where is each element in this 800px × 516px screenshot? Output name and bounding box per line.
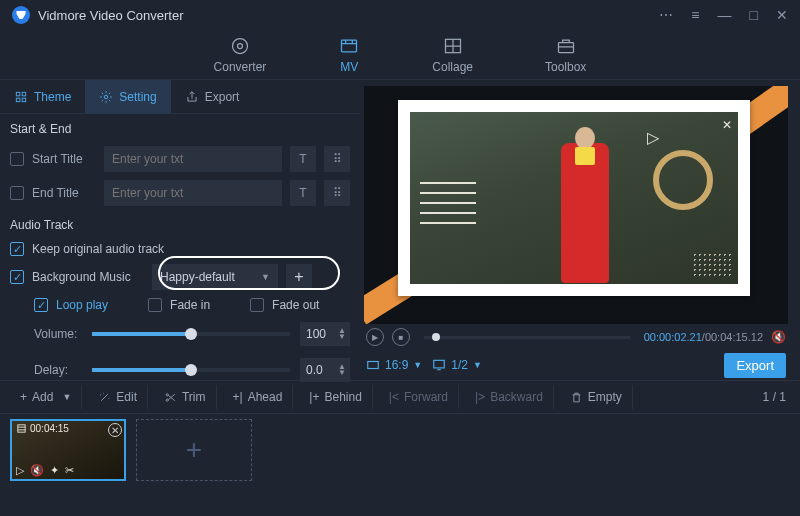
fadeout-checkbox[interactable] bbox=[250, 298, 264, 312]
mv-icon bbox=[338, 36, 360, 56]
subtab-export[interactable]: Export bbox=[171, 80, 254, 114]
empty-button[interactable]: Empty bbox=[560, 385, 633, 409]
add-music-button[interactable]: + bbox=[286, 264, 312, 290]
volume-icon[interactable]: 🔇 bbox=[771, 330, 786, 344]
trim-button[interactable]: Trim bbox=[154, 385, 217, 409]
clip-play-icon[interactable]: ▷ bbox=[16, 464, 24, 477]
maximize-icon[interactable]: □ bbox=[750, 7, 758, 23]
backward-label: Backward bbox=[490, 390, 543, 404]
close-icon[interactable]: ✕ bbox=[776, 7, 788, 23]
backward-button[interactable]: |> Backward bbox=[465, 385, 554, 409]
start-title-font-button[interactable]: T bbox=[290, 146, 316, 172]
start-title-effect-button[interactable]: ⠿ bbox=[324, 146, 350, 172]
chevron-down-icon: ▼ bbox=[62, 392, 71, 402]
end-title-effect-button[interactable]: ⠿ bbox=[324, 180, 350, 206]
fadeout-label: Fade out bbox=[272, 298, 319, 312]
subtab-theme[interactable]: Theme bbox=[0, 80, 85, 114]
start-title-checkbox[interactable] bbox=[10, 152, 24, 166]
volume-row: Volume: 100 ▲▼ bbox=[0, 316, 360, 352]
bg-music-dropdown[interactable]: Happy-default ▼ bbox=[152, 264, 278, 290]
clip-edit-icon[interactable]: ✦ bbox=[50, 464, 59, 477]
delay-input[interactable]: 0.0 ▲▼ bbox=[300, 358, 350, 382]
tab-converter[interactable]: Converter bbox=[206, 32, 275, 78]
svg-rect-2 bbox=[342, 40, 357, 52]
end-title-row: End Title T ⠿ bbox=[0, 176, 360, 210]
content-area: Theme Setting Export Start & End Start T… bbox=[0, 80, 800, 380]
film-icon bbox=[16, 423, 27, 434]
title-bar: Vidmore Video Converter ⋯ ≡ — □ ✕ bbox=[0, 0, 800, 30]
edit-button[interactable]: Edit bbox=[88, 385, 148, 409]
clip-thumbnail[interactable]: 00:04:15 ✕ ▷ 🔇 ✦ ✂ bbox=[10, 419, 126, 481]
export-button[interactable]: Export bbox=[724, 353, 786, 378]
volume-slider[interactable] bbox=[92, 332, 290, 336]
clip-cut-icon[interactable]: ✂ bbox=[65, 464, 74, 477]
page-indicator: 1 / 1 bbox=[763, 390, 790, 404]
forward-button[interactable]: |< Forward bbox=[379, 385, 459, 409]
volume-value: 100 bbox=[306, 327, 326, 341]
clip-remove-button[interactable]: ✕ bbox=[108, 423, 122, 437]
tab-collage[interactable]: Collage bbox=[424, 32, 481, 78]
plus-icon: + bbox=[20, 390, 27, 404]
clip-mute-icon[interactable]: 🔇 bbox=[30, 464, 44, 477]
scissors-icon bbox=[164, 391, 177, 404]
tab-mv[interactable]: MV bbox=[330, 32, 368, 78]
delay-row: Delay: 0.0 ▲▼ bbox=[0, 352, 360, 388]
end-title-input[interactable] bbox=[104, 180, 282, 206]
clip-duration: 00:04:15 bbox=[16, 423, 69, 434]
start-title-label: Start Title bbox=[32, 152, 96, 166]
volume-input[interactable]: 100 ▲▼ bbox=[300, 322, 350, 346]
ahead-icon: +| bbox=[233, 390, 243, 404]
start-title-input[interactable] bbox=[104, 146, 282, 172]
keep-original-checkbox[interactable] bbox=[10, 242, 24, 256]
subtab-export-label: Export bbox=[205, 90, 240, 104]
start-title-row: Start Title T ⠿ bbox=[0, 142, 360, 176]
page-current: 1 bbox=[763, 390, 770, 404]
minimize-icon[interactable]: — bbox=[718, 7, 732, 23]
bg-music-selected: Happy-default bbox=[160, 270, 235, 284]
behind-button[interactable]: |+ Behind bbox=[299, 385, 373, 409]
add-label: Add bbox=[32, 390, 53, 404]
play-button[interactable]: ▶ bbox=[366, 328, 384, 346]
tab-toolbox-label: Toolbox bbox=[545, 60, 586, 74]
trim-label: Trim bbox=[182, 390, 206, 404]
total-time: /00:04:15.12 bbox=[702, 331, 763, 343]
section-audio-track: Audio Track bbox=[0, 210, 360, 238]
subtab-theme-label: Theme bbox=[34, 90, 71, 104]
keep-original-label: Keep original audio track bbox=[32, 242, 164, 256]
app-title: Vidmore Video Converter bbox=[38, 8, 659, 23]
delay-label: Delay: bbox=[34, 363, 82, 377]
preview-panel: ▷ ✕ ▶ ■ 00:00:02.21/00:04:15.12 🔇 16:9 ▼ bbox=[360, 80, 800, 380]
aspect-ratio-dropdown[interactable]: 16:9 ▼ bbox=[366, 358, 422, 372]
screen-count-dropdown[interactable]: 1/2 ▼ bbox=[432, 358, 482, 372]
fadein-checkbox[interactable] bbox=[148, 298, 162, 312]
behind-label: Behind bbox=[324, 390, 361, 404]
timeline-slider[interactable] bbox=[424, 336, 630, 339]
toolbox-icon bbox=[555, 36, 577, 56]
end-title-font-button[interactable]: T bbox=[290, 180, 316, 206]
add-clip-button[interactable]: + bbox=[136, 419, 252, 481]
delay-slider[interactable] bbox=[92, 368, 290, 372]
loop-checkbox[interactable] bbox=[34, 298, 48, 312]
svg-rect-5 bbox=[16, 92, 20, 96]
tab-toolbox[interactable]: Toolbox bbox=[537, 32, 594, 78]
gear-icon bbox=[99, 90, 113, 104]
ahead-button[interactable]: +| Ahead bbox=[223, 385, 294, 409]
monitor-icon bbox=[432, 358, 446, 372]
svg-rect-14 bbox=[18, 425, 25, 432]
add-button[interactable]: + Add ▼ bbox=[10, 385, 82, 409]
svg-point-9 bbox=[105, 95, 109, 99]
end-title-checkbox[interactable] bbox=[10, 186, 24, 200]
stop-button[interactable]: ■ bbox=[392, 328, 410, 346]
settings-panel: Theme Setting Export Start & End Start T… bbox=[0, 80, 360, 380]
playback-controls: ▶ ■ 00:00:02.21/00:04:15.12 🔇 bbox=[364, 324, 788, 350]
bg-music-checkbox[interactable] bbox=[10, 270, 24, 284]
menu-icon[interactable]: ≡ bbox=[691, 7, 699, 23]
svg-point-12 bbox=[166, 393, 168, 395]
feedback-icon[interactable]: ⋯ bbox=[659, 7, 673, 23]
screens-value: 1/2 bbox=[451, 358, 468, 372]
background-music-row: Background Music Happy-default ▼ + bbox=[0, 260, 360, 294]
svg-rect-4 bbox=[558, 42, 573, 52]
photo-border: ▷ ✕ bbox=[398, 100, 750, 296]
subtab-setting[interactable]: Setting bbox=[85, 80, 170, 114]
fadein-label: Fade in bbox=[170, 298, 210, 312]
